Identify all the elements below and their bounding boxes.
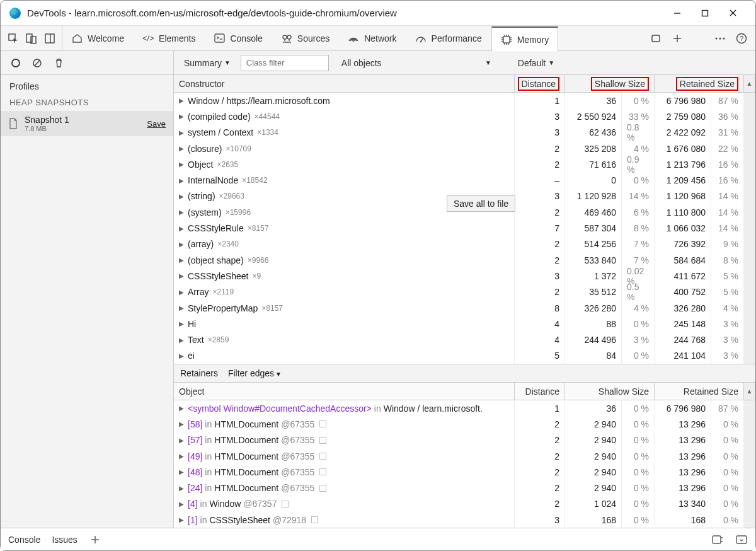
add-tab-icon[interactable]: [671, 32, 684, 45]
constructor-row[interactable]: ▶(object shape)×99662533 8407 %584 6848 …: [174, 252, 755, 268]
svg-rect-7: [45, 34, 54, 43]
filter-edges-select[interactable]: Filter edges▼: [228, 368, 282, 378]
retainers-label[interactable]: Retainers: [180, 368, 218, 378]
retainers-bar: Retainers Filter edges▼: [174, 364, 755, 383]
constructor-row[interactable]: ▶(array)×23402514 2567 %726 3929 %: [174, 236, 755, 252]
inspect-element-icon[interactable]: [7, 32, 19, 44]
svg-point-20: [719, 37, 721, 39]
retainers-header: Object Distance Shallow Size Retained Si…: [174, 383, 755, 400]
col-r-distance[interactable]: Distance: [515, 383, 565, 400]
objects-select[interactable]: All objects▼: [338, 55, 495, 71]
scroll-up-icon[interactable]: ▲: [744, 75, 755, 92]
drawer-tool-icon[interactable]: [711, 533, 724, 546]
drawer: Console Issues: [1, 528, 755, 550]
record-icon[interactable]: [9, 57, 22, 69]
col-retained[interactable]: Retained Size: [655, 75, 744, 92]
dock-side-icon[interactable]: [43, 32, 55, 44]
constructor-row[interactable]: ▶ei5840 %241 1043 %: [174, 348, 755, 364]
title-bar: DevTools - learn.microsoft.com/en-us/mic…: [1, 1, 755, 26]
device-toolbar-icon[interactable]: [25, 32, 37, 44]
view-select[interactable]: Summary▼: [180, 55, 234, 71]
delete-icon[interactable]: [52, 57, 65, 69]
class-filter-input[interactable]: [241, 55, 329, 71]
svg-rect-10: [215, 34, 224, 42]
col-distance[interactable]: Distance: [515, 75, 565, 92]
sources-icon: [281, 33, 292, 44]
save-all-tooltip: Save all to file: [447, 195, 515, 212]
svg-text:?: ?: [740, 35, 743, 42]
expand-drawer-icon[interactable]: [735, 533, 748, 546]
constructor-row[interactable]: ▶Object×2635271 6160.9 %1 213 79616 %: [174, 156, 755, 172]
overflow-tab-icon[interactable]: [650, 32, 662, 45]
save-snapshot-link[interactable]: Save: [147, 119, 166, 129]
tab-network[interactable]: Network: [339, 26, 406, 50]
svg-point-24: [12, 59, 20, 67]
network-icon: [348, 33, 359, 44]
constructor-row[interactable]: ▶InternalNode×18542–00 %1 209 45616 %: [174, 172, 755, 188]
constructor-row[interactable]: ▶(closure)×107092325 2084 %1 676 08022 %: [174, 141, 755, 156]
tab-welcome[interactable]: Welcome: [62, 26, 134, 50]
scroll-up-icon[interactable]: ▲: [744, 383, 755, 400]
svg-rect-29: [713, 536, 721, 543]
help-icon[interactable]: ?: [735, 32, 748, 45]
console-icon: [214, 33, 225, 44]
drawer-console[interactable]: Console: [8, 535, 40, 545]
svg-text:</>: </>: [142, 34, 154, 43]
svg-point-13: [353, 41, 354, 42]
tab-elements[interactable]: </>Elements: [134, 26, 205, 50]
col-constructor[interactable]: Constructor: [174, 75, 515, 92]
constructors-body[interactable]: ▶Window / https://learn.microsoft.com136…: [174, 93, 755, 364]
maximize-button[interactable]: [691, 4, 719, 23]
snapshot-name: Snapshot 1: [25, 115, 69, 125]
constructor-row[interactable]: ▶Hi4880 %245 1483 %: [174, 316, 755, 332]
retainer-row[interactable]: ▶[24] in HTMLDocument @6735522 9400 %13 …: [174, 480, 755, 496]
retainers-body[interactable]: ▶<symbol Window#DocumentCachedAccessor> …: [174, 400, 755, 528]
constructor-row[interactable]: ▶CSSStyleSheet×931 3720.02 %411 6725 %: [174, 268, 755, 284]
welcome-icon: [71, 33, 83, 44]
add-drawer-icon[interactable]: [89, 533, 101, 546]
constructor-row[interactable]: ▶CSSStyleRule×81577587 3048 %1 066 03214…: [174, 220, 755, 236]
tab-performance[interactable]: Performance: [406, 26, 491, 50]
constructor-row[interactable]: ▶system / Context×1334362 4360.8 %2 422 …: [174, 125, 755, 141]
snapshot-file-icon: [8, 118, 20, 129]
col-r-shallow[interactable]: Shallow Size: [565, 383, 655, 400]
svg-line-26: [35, 61, 40, 66]
performance-icon: [415, 33, 427, 44]
retainer-row[interactable]: ▶[57] in HTMLDocument @6735522 9400 %13 …: [174, 432, 755, 448]
edge-devtools-icon: [9, 8, 21, 19]
elements-icon: </>: [142, 33, 154, 44]
minimize-button[interactable]: [663, 4, 691, 23]
retainer-row[interactable]: ▶[49] in HTMLDocument @6735522 9400 %13 …: [174, 448, 755, 464]
svg-point-19: [716, 37, 718, 39]
retainer-row[interactable]: ▶[1] in CSSStyleSheet @7291831680 %1680 …: [174, 512, 755, 528]
tab-sources[interactable]: Sources: [272, 26, 339, 50]
retainer-row[interactable]: ▶<symbol Window#DocumentCachedAccessor> …: [174, 400, 755, 416]
constructor-row[interactable]: ▶StylePropertyMap×81578326 2804 %326 280…: [174, 300, 755, 316]
col-r-retained[interactable]: Retained Size: [655, 383, 744, 400]
constructor-row[interactable]: ▶Array×2119235 5120.5 %400 7525 %: [174, 284, 755, 300]
constructor-row[interactable]: ▶Text×28594244 4963 %244 7683 %: [174, 332, 755, 347]
constructors-header: Constructor Distance Shallow Size Retain…: [174, 75, 755, 93]
retainer-row[interactable]: ▶[48] in HTMLDocument @6735522 9400 %13 …: [174, 464, 755, 480]
clear-icon[interactable]: [31, 57, 43, 69]
memory-icon: [501, 34, 512, 45]
constructor-row[interactable]: ▶(compiled code)×4454432 550 92433 %2 75…: [174, 108, 755, 124]
svg-rect-30: [736, 536, 747, 543]
retainer-row[interactable]: ▶[58] in HTMLDocument @6735522 9400 %13 …: [174, 416, 755, 432]
svg-rect-16: [652, 35, 660, 42]
svg-point-21: [723, 37, 725, 39]
constructor-row[interactable]: ▶Window / https://learn.microsoft.com136…: [174, 93, 755, 108]
col-shallow[interactable]: Shallow Size: [565, 75, 655, 92]
tab-memory[interactable]: Memory: [491, 26, 559, 51]
col-object[interactable]: Object: [174, 383, 515, 400]
snapshot-size: 7.8 MB: [25, 125, 69, 132]
close-button[interactable]: [719, 4, 747, 23]
tab-console[interactable]: Console: [205, 26, 272, 50]
more-icon[interactable]: [714, 32, 726, 45]
snapshot-item[interactable]: Snapshot 1 7.8 MB Save: [1, 111, 173, 136]
retainers-grid: Object Distance Shallow Size Retained Si…: [174, 383, 755, 528]
default-select[interactable]: Default▼: [514, 55, 558, 71]
retainer-row[interactable]: ▶[4] in Window @6735721 0240 %13 3400 %: [174, 496, 755, 512]
sidebar-tools: [1, 51, 173, 75]
drawer-issues[interactable]: Issues: [52, 535, 77, 545]
